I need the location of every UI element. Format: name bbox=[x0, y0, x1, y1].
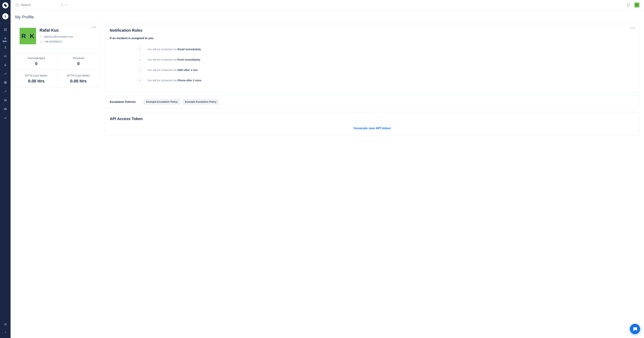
generate-api-token-link[interactable]: Generate new API token bbox=[110, 126, 634, 130]
api-card: API Access Token Generate new API token bbox=[105, 112, 640, 136]
chat-bubble[interactable] bbox=[630, 324, 640, 334]
rules-title: Notification Rules bbox=[110, 28, 634, 32]
nav-tools-icon[interactable] bbox=[4, 72, 7, 76]
notifications-icon[interactable] bbox=[626, 3, 630, 7]
profile-phone: +48 604998021 bbox=[44, 40, 62, 43]
rule-step: You will be contacted via SMS after 1 mi… bbox=[137, 67, 634, 73]
escalation-chips: Example Escalation PolicyExample Escalat… bbox=[144, 99, 219, 105]
nav-wallet-icon[interactable] bbox=[4, 107, 7, 111]
nav-incidents-icon[interactable]: BETA bbox=[4, 36, 7, 40]
escalation-card: Escalation Policies Example Escalation P… bbox=[105, 95, 640, 108]
svg-rect-1 bbox=[4, 100, 7, 100]
rule-step: You will be contacted via Push immediate… bbox=[137, 56, 634, 63]
down-arrow-icon bbox=[137, 56, 143, 63]
main: ⌘ + K RK My Profile R K Rafal Kuc bbox=[10, 0, 644, 338]
svg-rect-4 bbox=[6, 117, 6, 119]
topbar-actions: RK bbox=[626, 2, 640, 8]
sidebar: S BETA bbox=[0, 0, 10, 338]
sidebar-bottom bbox=[4, 322, 7, 338]
phone-icon bbox=[40, 40, 42, 43]
topbar: ⌘ + K RK bbox=[10, 0, 644, 10]
rules-timeline: You will be contacted via Email immediat… bbox=[137, 44, 634, 86]
rule-step-text: You will be contacted via Email immediat… bbox=[148, 48, 201, 51]
org-badge[interactable]: S bbox=[2, 13, 8, 19]
nav-dashboard-icon[interactable] bbox=[4, 28, 7, 32]
rule-step: You will be contacted via Phone after 2 … bbox=[137, 77, 634, 84]
down-arrow-icon bbox=[137, 67, 143, 73]
search-kbd-hint: ⌘ + K bbox=[61, 4, 68, 6]
search-icon bbox=[15, 3, 20, 7]
expand-icon[interactable] bbox=[4, 330, 7, 334]
svg-rect-0 bbox=[4, 99, 7, 101]
stats-card: Acknowledged 0 Resolved 0 MTTA (Last Wee… bbox=[15, 52, 100, 88]
rule-step: You will be contacted via Email immediat… bbox=[137, 46, 634, 52]
stat-mtta: MTTA (Last Week) 0.00 Hrs bbox=[15, 70, 58, 88]
nav-billing-icon[interactable] bbox=[4, 98, 7, 102]
rules-more-button[interactable] bbox=[631, 28, 635, 28]
escalation-policy-chip[interactable]: Example Escalation Policy bbox=[182, 99, 219, 105]
rule-step-text: You will be contacted via Push immediate… bbox=[148, 58, 200, 61]
email-icon bbox=[40, 35, 42, 38]
beta-badge: BETA bbox=[2, 40, 7, 42]
stat-resolved: Resolved 0 bbox=[58, 53, 100, 70]
profile-more-button[interactable] bbox=[92, 27, 96, 28]
stat-mttr: MTTR (Last Week) 0.00 Hrs bbox=[58, 70, 100, 88]
stat-acknowledged: Acknowledged 0 bbox=[15, 53, 58, 70]
svg-point-5 bbox=[16, 4, 18, 6]
content: My Profile R K Rafal Kuc rafal.kuc@semat… bbox=[10, 10, 644, 140]
profile-name: Rafal Kuc bbox=[40, 28, 73, 33]
escalation-label: Escalation Policies bbox=[110, 100, 136, 104]
app-logo[interactable] bbox=[2, 2, 8, 8]
profile-card: R K Rafal Kuc rafal.kuc@sematext.com +48… bbox=[15, 24, 100, 49]
nav-reports-icon[interactable] bbox=[4, 63, 7, 67]
rule-step-text: You will be contacted via SMS after 1 mi… bbox=[148, 68, 198, 72]
nav-analytics-icon[interactable] bbox=[4, 116, 7, 120]
rules-subheading: If an incident is assigned to you bbox=[110, 36, 634, 40]
svg-rect-2 bbox=[4, 118, 4, 119]
profile-email-row: rafal.kuc@sematext.com bbox=[40, 35, 73, 38]
page-title: My Profile bbox=[15, 14, 640, 20]
profile-avatar: R K bbox=[20, 28, 36, 44]
settings-icon[interactable] bbox=[4, 322, 7, 326]
nav-integrations-icon[interactable] bbox=[4, 90, 7, 93]
api-title: API Access Token bbox=[110, 117, 634, 121]
profile-email: rafal.kuc@sematext.com bbox=[44, 35, 73, 38]
search-wrap: ⌘ + K bbox=[15, 3, 624, 7]
down-arrow-icon bbox=[137, 77, 143, 84]
rule-step-text: You will be contacted via Phone after 2 … bbox=[148, 79, 202, 82]
escalation-policy-chip[interactable]: Example Escalation Policy bbox=[144, 99, 180, 105]
svg-rect-3 bbox=[5, 117, 5, 119]
search-input[interactable] bbox=[21, 3, 59, 7]
user-avatar[interactable]: RK bbox=[634, 2, 640, 8]
down-arrow-icon bbox=[137, 46, 143, 52]
nav-schedule-icon[interactable] bbox=[4, 80, 7, 84]
profile-phone-row: +48 604998021 bbox=[40, 40, 73, 43]
sidebar-separator bbox=[0, 23, 10, 24]
notification-rules-card: Notification Rules If an incident is ass… bbox=[105, 24, 640, 91]
sidebar-nav: BETA bbox=[4, 25, 7, 322]
nav-team-icon[interactable] bbox=[4, 54, 7, 58]
nav-user-icon[interactable] bbox=[4, 45, 7, 49]
